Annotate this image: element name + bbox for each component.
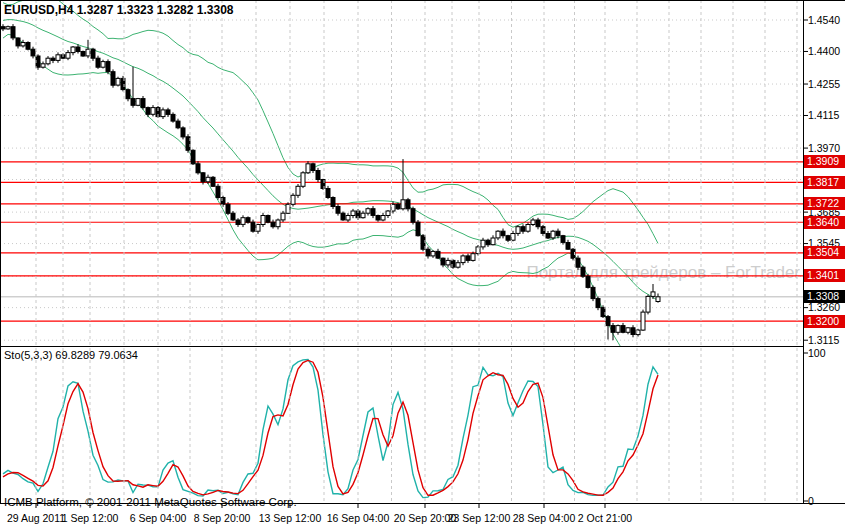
candle [101,62,105,68]
price-level-badge: 1.3909 [804,155,845,168]
price-level-badge: 1.3401 [804,269,845,282]
candle [96,58,100,67]
price-level-badge: 1.3504 [804,246,845,259]
candle [311,164,315,171]
candle [361,213,365,218]
candle [546,234,550,239]
candle [6,27,10,29]
candle [641,312,645,330]
candle [351,211,355,216]
time-axis-label: 23 Sep 12:00 [448,512,510,524]
candle [316,171,320,180]
time-axis-label: 13 Sep 12:00 [259,512,321,524]
time-axis-label: 29 Aug 2011 [7,512,65,524]
candle [631,328,635,335]
candle [326,189,330,198]
candle [626,328,630,333]
candle [91,49,95,58]
candle [411,209,415,223]
candle [11,27,15,38]
candle [246,218,250,223]
candle [481,240,485,247]
trading-chart-window: Портал для трейдеров – ForTrader EURUSD,… [0,0,845,528]
candle [586,276,590,287]
candle [1,27,5,29]
candle [401,200,405,209]
candle [471,254,475,261]
candle [436,251,440,258]
time-axis-label: 16 Sep 04:00 [327,512,389,524]
candle [611,326,615,333]
candle [201,173,205,182]
candle [301,173,305,187]
time-axis-label: 6 Sep 04:00 [130,512,187,524]
candle [536,220,540,227]
candle [656,297,660,302]
candle [396,204,400,209]
candle [171,114,175,121]
candle [441,258,445,265]
candle [426,249,430,256]
price-level-badge: 1.3640 [804,216,845,229]
candle [496,231,500,238]
candle [461,256,465,263]
platform-copyright: ICMB Platform, © 2001-2011 MetaQuotes So… [4,496,297,508]
price-level-badge: 1.3817 [804,176,845,189]
candle [551,231,555,238]
candle [621,326,625,333]
candle [651,292,655,297]
candle [186,137,190,151]
candle [151,108,155,115]
candle [406,200,410,209]
candle [341,213,345,220]
candle [76,47,80,52]
candle [251,222,255,231]
candle [281,213,285,220]
candle [526,225,530,232]
candle [191,150,195,164]
candle [141,99,145,108]
price-level-badge: 1.3722 [804,197,845,210]
candle [606,317,610,326]
candle [81,52,85,57]
candle [46,58,50,64]
price-tick-label: 1.4255 [808,78,840,91]
candle [576,258,580,267]
candle [16,38,20,46]
price-chart-panel[interactable] [0,0,803,366]
candle [531,220,535,225]
time-axis-label: 2 Oct 21:00 [578,512,632,524]
candle [166,110,170,115]
candle [266,216,270,223]
candle [196,164,200,173]
candle [466,256,470,261]
candle [366,209,370,214]
candle [291,195,295,204]
candle [136,99,140,106]
candle [31,49,35,56]
candle [241,218,245,225]
price-tick-label: 1.3970 [808,142,840,155]
candle [41,64,45,67]
stochastic-main-line [3,360,658,498]
current-price-badge: 1.3308 [804,290,845,303]
candle [86,49,90,56]
candle [71,47,75,53]
candle [161,110,165,117]
candle [601,308,605,317]
candle [566,243,570,250]
candle [501,231,505,236]
candle [271,222,275,227]
candle [516,227,520,234]
candle [561,236,565,243]
candle [56,55,60,61]
candle [486,240,490,245]
candle [126,90,130,99]
price-tick-label: 1.4400 [808,45,840,58]
candle [616,326,620,333]
stochastic-panel[interactable] [3,360,658,498]
candle [331,198,335,207]
candle [646,296,650,312]
chart-canvas[interactable] [0,0,845,528]
stochastic-indicator-label: Sto(5,3,3) 69.8289 79.0634 [4,349,138,361]
